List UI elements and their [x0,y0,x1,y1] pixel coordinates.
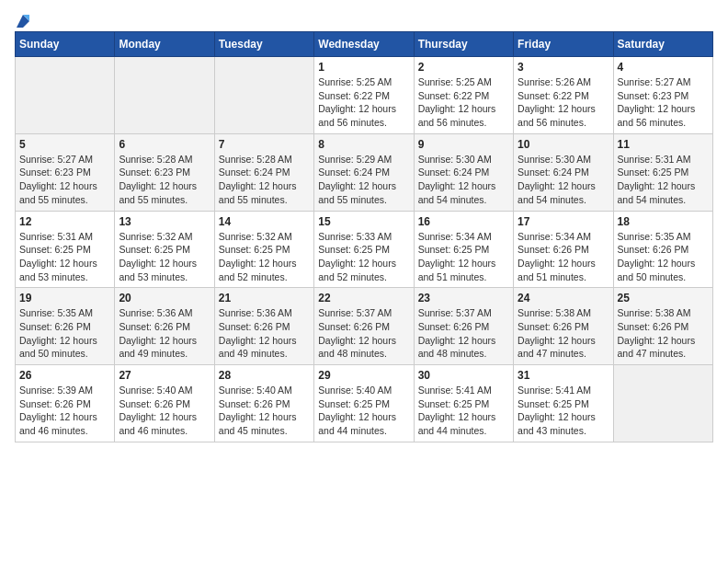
day-number: 29 [318,369,409,382]
day-number: 13 [119,215,210,228]
day-number: 11 [618,138,709,151]
calendar-cell: 5Sunrise: 5:27 AMSunset: 6:23 PMDaylight… [16,133,115,211]
logo-icon [17,15,29,28]
day-number: 31 [518,369,609,382]
calendar-header-saturday: Saturday [613,32,712,57]
day-number: 28 [219,369,310,382]
day-number: 22 [318,292,409,304]
day-number: 6 [119,138,210,151]
day-info: Sunrise: 5:25 AMSunset: 6:22 PMDaylight:… [318,75,409,130]
day-number: 25 [618,292,709,304]
day-number: 3 [518,61,609,74]
day-number: 24 [518,292,609,304]
calendar-cell: 1Sunrise: 5:25 AMSunset: 6:22 PMDaylight… [314,57,414,134]
day-info: Sunrise: 5:29 AMSunset: 6:24 PMDaylight:… [318,153,409,207]
day-info: Sunrise: 5:34 AMSunset: 6:25 PMDaylight:… [418,230,509,284]
calendar-header-wednesday: Wednesday [314,32,414,57]
calendar-cell: 28Sunrise: 5:40 AMSunset: 6:26 PMDayligh… [214,365,313,442]
day-number: 4 [618,61,709,74]
calendar-header-friday: Friday [514,32,613,57]
calendar-week-row-4: 26Sunrise: 5:39 AMSunset: 6:26 PMDayligh… [16,365,713,442]
calendar-cell [16,57,115,134]
calendar-cell [115,57,214,134]
calendar-cell: 14Sunrise: 5:32 AMSunset: 6:25 PMDayligh… [214,211,313,288]
page-container: SundayMondayTuesdayWednesdayThursdayFrid… [15,15,713,442]
day-info: Sunrise: 5:35 AMSunset: 6:26 PMDaylight:… [618,230,709,284]
day-info: Sunrise: 5:40 AMSunset: 6:26 PMDaylight:… [119,384,210,438]
day-info: Sunrise: 5:36 AMSunset: 6:26 PMDaylight:… [119,306,210,361]
day-info: Sunrise: 5:35 AMSunset: 6:26 PMDaylight:… [19,306,110,361]
day-number: 20 [119,292,210,304]
day-number: 8 [318,138,409,151]
calendar-cell [613,365,712,442]
day-info: Sunrise: 5:28 AMSunset: 6:23 PMDaylight:… [119,153,210,207]
calendar-cell: 9Sunrise: 5:30 AMSunset: 6:24 PMDaylight… [414,133,513,211]
calendar-cell: 11Sunrise: 5:31 AMSunset: 6:25 PMDayligh… [613,133,712,211]
logo [15,15,29,28]
calendar-cell: 30Sunrise: 5:41 AMSunset: 6:25 PMDayligh… [414,365,513,442]
calendar-cell: 24Sunrise: 5:38 AMSunset: 6:26 PMDayligh… [514,288,613,365]
calendar-cell: 6Sunrise: 5:28 AMSunset: 6:23 PMDaylight… [115,133,214,211]
calendar-table: SundayMondayTuesdayWednesdayThursdayFrid… [15,31,713,442]
calendar-week-row-1: 5Sunrise: 5:27 AMSunset: 6:23 PMDaylight… [16,133,713,211]
calendar-cell: 10Sunrise: 5:30 AMSunset: 6:24 PMDayligh… [514,133,613,211]
day-info: Sunrise: 5:26 AMSunset: 6:22 PMDaylight:… [518,75,609,130]
day-info: Sunrise: 5:27 AMSunset: 6:23 PMDaylight:… [618,75,709,130]
calendar-cell: 31Sunrise: 5:41 AMSunset: 6:25 PMDayligh… [514,365,613,442]
day-number: 18 [618,215,709,228]
calendar-cell: 7Sunrise: 5:28 AMSunset: 6:24 PMDaylight… [214,133,313,211]
day-info: Sunrise: 5:33 AMSunset: 6:25 PMDaylight:… [318,230,409,284]
calendar-cell: 25Sunrise: 5:38 AMSunset: 6:26 PMDayligh… [613,288,712,365]
day-info: Sunrise: 5:32 AMSunset: 6:25 PMDaylight:… [219,230,310,284]
day-info: Sunrise: 5:40 AMSunset: 6:25 PMDaylight:… [318,384,409,438]
calendar-cell: 22Sunrise: 5:37 AMSunset: 6:26 PMDayligh… [314,288,414,365]
day-number: 14 [219,215,310,228]
day-number: 2 [418,61,509,74]
day-number: 17 [518,215,609,228]
calendar-cell: 17Sunrise: 5:34 AMSunset: 6:26 PMDayligh… [514,211,613,288]
calendar-cell: 26Sunrise: 5:39 AMSunset: 6:26 PMDayligh… [16,365,115,442]
day-info: Sunrise: 5:31 AMSunset: 6:25 PMDaylight:… [618,153,709,207]
day-info: Sunrise: 5:27 AMSunset: 6:23 PMDaylight:… [19,153,110,207]
calendar-cell: 27Sunrise: 5:40 AMSunset: 6:26 PMDayligh… [115,365,214,442]
day-number: 21 [219,292,310,304]
calendar-cell: 21Sunrise: 5:36 AMSunset: 6:26 PMDayligh… [214,288,313,365]
day-number: 5 [19,138,110,151]
calendar-cell: 16Sunrise: 5:34 AMSunset: 6:25 PMDayligh… [414,211,513,288]
day-number: 1 [318,61,409,74]
calendar-cell: 4Sunrise: 5:27 AMSunset: 6:23 PMDaylight… [613,57,712,134]
day-number: 10 [518,138,609,151]
calendar-header-sunday: Sunday [16,32,115,57]
calendar-cell [214,57,313,134]
calendar-header-monday: Monday [115,32,214,57]
day-info: Sunrise: 5:38 AMSunset: 6:26 PMDaylight:… [618,306,709,361]
day-number: 23 [418,292,509,304]
calendar-cell: 2Sunrise: 5:25 AMSunset: 6:22 PMDaylight… [414,57,513,134]
calendar-week-row-0: 1Sunrise: 5:25 AMSunset: 6:22 PMDaylight… [16,57,713,134]
calendar-cell: 18Sunrise: 5:35 AMSunset: 6:26 PMDayligh… [613,211,712,288]
day-number: 27 [119,369,210,382]
day-info: Sunrise: 5:36 AMSunset: 6:26 PMDaylight:… [219,306,310,361]
calendar-cell: 15Sunrise: 5:33 AMSunset: 6:25 PMDayligh… [314,211,414,288]
day-info: Sunrise: 5:34 AMSunset: 6:26 PMDaylight:… [518,230,609,284]
day-info: Sunrise: 5:31 AMSunset: 6:25 PMDaylight:… [19,230,110,284]
day-info: Sunrise: 5:41 AMSunset: 6:25 PMDaylight:… [418,384,509,438]
day-number: 30 [418,369,509,382]
day-info: Sunrise: 5:30 AMSunset: 6:24 PMDaylight:… [418,153,509,207]
calendar-cell: 13Sunrise: 5:32 AMSunset: 6:25 PMDayligh… [115,211,214,288]
day-info: Sunrise: 5:37 AMSunset: 6:26 PMDaylight:… [418,306,509,361]
day-info: Sunrise: 5:39 AMSunset: 6:26 PMDaylight:… [19,384,110,438]
calendar-cell: 12Sunrise: 5:31 AMSunset: 6:25 PMDayligh… [16,211,115,288]
calendar-header-row: SundayMondayTuesdayWednesdayThursdayFrid… [16,32,713,57]
day-info: Sunrise: 5:41 AMSunset: 6:25 PMDaylight:… [518,384,609,438]
day-info: Sunrise: 5:38 AMSunset: 6:26 PMDaylight:… [518,306,609,361]
calendar-header-thursday: Thursday [414,32,513,57]
calendar-cell: 29Sunrise: 5:40 AMSunset: 6:25 PMDayligh… [314,365,414,442]
day-info: Sunrise: 5:30 AMSunset: 6:24 PMDaylight:… [518,153,609,207]
day-number: 7 [219,138,310,151]
calendar-week-row-3: 19Sunrise: 5:35 AMSunset: 6:26 PMDayligh… [16,288,713,365]
day-number: 26 [19,369,110,382]
day-number: 19 [19,292,110,304]
day-number: 15 [318,215,409,228]
calendar-header-tuesday: Tuesday [214,32,313,57]
